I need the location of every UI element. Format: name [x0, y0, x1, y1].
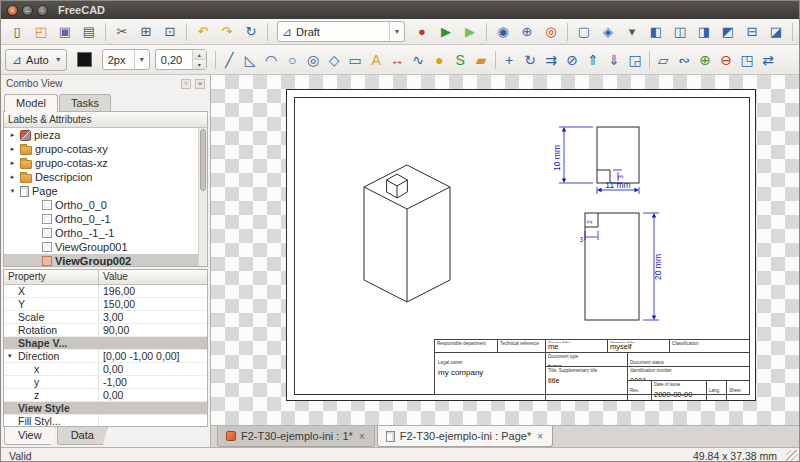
draft-delete-point-icon[interactable]: ⊖	[716, 48, 737, 72]
draft-bspline-icon[interactable]: ∿	[408, 48, 429, 72]
property-row-scale[interactable]: Scale 3,00	[4, 311, 207, 324]
view-dropdown-caret-icon[interactable]: ▾	[621, 21, 643, 43]
dimension-notch-2[interactable]: 2	[586, 220, 593, 224]
tree-item-ortho--1--1[interactable]: Ortho_-1_-1	[4, 226, 207, 240]
draft-offset-icon[interactable]: ⇉	[541, 48, 562, 72]
titlebar[interactable]: ×–▫ FreeCAD	[1, 1, 799, 19]
panel-close-icon[interactable]: ×	[195, 79, 205, 89]
expander-icon[interactable]: ▾	[8, 352, 16, 360]
property-value[interactable]: 196,00	[99, 285, 207, 297]
macro-dialog-icon[interactable]: ▶	[459, 21, 481, 43]
line-width-select[interactable]: 2px ▾	[102, 49, 150, 70]
draft-wire-to-bspline-icon[interactable]: ∾	[674, 48, 695, 72]
drawing-page[interactable]: 10 mm 11 mm 20 mm 3 2 3 Responsible dep	[286, 89, 756, 401]
spin-down-icon[interactable]: ▾	[193, 60, 206, 69]
draft-polygon-icon[interactable]: ◇	[324, 48, 345, 72]
print-icon[interactable]: ▤	[78, 21, 100, 43]
refresh-icon[interactable]: ↻	[240, 21, 262, 43]
dimension-11mm[interactable]: 11 mm	[605, 180, 630, 190]
draft-rectangle-icon[interactable]: ▭	[345, 48, 366, 72]
doc-tab-page[interactable]: F2-T30-ejemplo-ini : Page* ×	[377, 426, 553, 447]
draft-rotate-icon[interactable]: ↻	[520, 48, 541, 72]
tree-item-viewgroup001[interactable]: ViewGroup001	[4, 240, 207, 254]
scale-spinbox[interactable]: 0,20 ▴ ▾	[155, 49, 207, 70]
view-bottom-icon[interactable]: ⊟	[741, 21, 763, 43]
property-value[interactable]: -1,00	[99, 376, 207, 388]
tree-item-viewgroup002[interactable]: ViewGroup002	[4, 254, 207, 266]
property-value[interactable]: 150,00	[99, 298, 207, 310]
chevron-down-icon[interactable]: ▾	[389, 22, 404, 41]
tree-scrollbar[interactable]	[198, 128, 207, 266]
view-left-icon[interactable]: ◪	[765, 21, 787, 43]
draft-shape2dview-icon[interactable]: ◳	[737, 48, 758, 72]
tree-view[interactable]: ▸ pieza ▸ grupo-cotas-xy ▸ grupo-cotas-x…	[4, 128, 207, 266]
open-file-icon[interactable]: ◰	[30, 21, 52, 43]
draft-to-sketch-icon[interactable]: ⇄	[758, 48, 779, 72]
tree-item-descripcion[interactable]: ▸ Descripcion	[4, 170, 207, 184]
zoom-in-icon[interactable]: ⊕	[516, 21, 538, 43]
paste-icon[interactable]: ⊡	[159, 21, 181, 43]
spin-up-icon[interactable]: ▴	[193, 50, 206, 60]
tree-item-grupo-cotas-xy[interactable]: ▸ grupo-cotas-xy	[4, 142, 207, 156]
draft-point-icon[interactable]: ●	[429, 48, 450, 72]
window-close-button[interactable]: ×	[7, 5, 18, 16]
property-value[interactable]: 90,00	[99, 324, 207, 336]
draft-trimex-icon[interactable]: ⊘	[562, 48, 583, 72]
dimension-notch-3b[interactable]: 3	[579, 236, 583, 243]
scrollbar-thumb[interactable]	[200, 129, 206, 191]
draft-line-icon[interactable]: ╱	[219, 48, 240, 72]
window-maximize-button[interactable]: ▫	[37, 5, 48, 16]
window-minimize-button[interactable]: –	[22, 5, 33, 16]
property-row-rotation[interactable]: Rotation 90,00	[4, 324, 207, 337]
property-value[interactable]: 3,00	[99, 311, 207, 323]
expander-icon[interactable]: ▸	[8, 159, 17, 167]
property-row-y[interactable]: Y 150,00	[4, 298, 207, 311]
save-icon[interactable]: ▣	[54, 21, 76, 43]
tree-item-grupo-cotas-xz[interactable]: ▸ grupo-cotas-xz	[4, 156, 207, 170]
property-row-direction-y[interactable]: y -1,00	[4, 376, 207, 389]
expander-icon[interactable]: ▸	[8, 173, 17, 181]
tab-view[interactable]: View	[4, 427, 56, 445]
draft-facebinder-icon[interactable]: ▰	[471, 48, 492, 72]
tab-tasks[interactable]: Tasks	[59, 94, 111, 111]
property-value[interactable]: 0,00	[99, 389, 207, 401]
property-row-direction-z[interactable]: z 0,00	[4, 389, 207, 402]
property-group-view-style[interactable]: View Style	[4, 402, 207, 415]
view-right-icon[interactable]: ◨	[693, 21, 715, 43]
macro-play-icon[interactable]: ▶	[435, 21, 457, 43]
property-value[interactable]: [0,00 -1,00 0,00]	[99, 350, 207, 362]
dimension-10mm[interactable]: 10 mm	[552, 145, 562, 171]
undo-icon[interactable]: ↶	[192, 21, 214, 43]
tree-item-page[interactable]: ▾ Page	[4, 184, 207, 198]
expander-icon[interactable]: ▸	[8, 131, 17, 139]
view-isometric-icon[interactable]: ◈	[597, 21, 619, 43]
draft-upgrade-icon[interactable]: ⇑	[583, 48, 604, 72]
tree-item-ortho-0-0[interactable]: Ortho_0_0	[4, 198, 207, 212]
dimension-20mm[interactable]: 20 mm	[653, 254, 663, 280]
tab-data[interactable]: Data	[57, 427, 108, 445]
close-icon[interactable]: ×	[358, 431, 366, 442]
property-value[interactable]: 0,00	[99, 363, 207, 375]
draft-circle-icon[interactable]: ○	[282, 48, 303, 72]
property-row-fill-style[interactable]: Fill Styl...	[4, 415, 207, 427]
ortho-view-side[interactable]	[585, 213, 639, 320]
draft-move-icon[interactable]: +	[499, 48, 520, 72]
view-top-icon[interactable]: ◫	[669, 21, 691, 43]
draft-edit-icon[interactable]: ▱	[653, 48, 674, 72]
draft-arc-icon[interactable]: ◠	[261, 48, 282, 72]
chevron-down-icon[interactable]: ▾	[53, 50, 64, 70]
property-row-direction-x[interactable]: x 0,00	[4, 363, 207, 376]
draft-text-icon[interactable]: A	[366, 48, 387, 72]
draft-ellipse-icon[interactable]: ◎	[303, 48, 324, 72]
navigation-style-icon[interactable]: ◉	[492, 21, 514, 43]
copy-icon[interactable]: ⊞	[135, 21, 157, 43]
draft-shapestring-icon[interactable]: S	[450, 48, 471, 72]
expander-icon[interactable]: ▸	[8, 145, 17, 153]
workbench-selector[interactable]: ⊿ Draft ▾	[277, 21, 405, 42]
new-file-icon[interactable]: ▯	[6, 21, 28, 43]
close-icon[interactable]: ×	[536, 431, 544, 442]
tab-model[interactable]: Model	[4, 94, 58, 112]
view-rear-icon[interactable]: ◩	[717, 21, 739, 43]
expander-icon[interactable]: ▾	[8, 187, 17, 195]
tree-item-pieza[interactable]: ▸ pieza	[4, 128, 207, 142]
